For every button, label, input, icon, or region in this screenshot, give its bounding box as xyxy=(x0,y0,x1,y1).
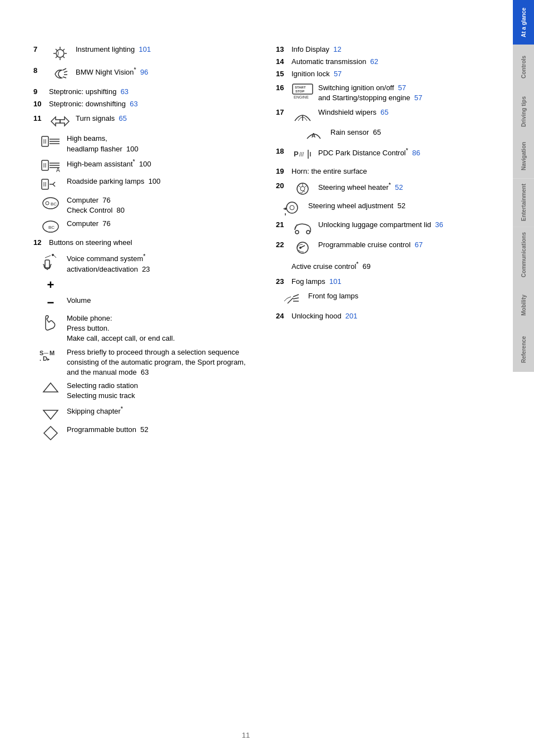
item-number-19: 19 xyxy=(276,166,291,176)
sub-item-sdm: S ─ M . D ▸ Press briefly to proceed thr… xyxy=(39,347,248,378)
item-11-page: 65 xyxy=(119,114,127,122)
computer1-page: 76 xyxy=(102,196,110,204)
item-12-text: Buttons on steering wheel xyxy=(49,238,248,248)
computer1-icon: BC xyxy=(39,195,62,211)
item-16-page2: 57 xyxy=(414,94,422,102)
svg-text:A: A xyxy=(56,167,60,173)
sidebar: At a glance Controls Driving tips Naviga… xyxy=(513,0,534,756)
item-11-text: Turn signals 65 xyxy=(76,114,248,124)
rain-sensor-text: Rain sensor 65 xyxy=(330,127,491,138)
svg-text:.: . xyxy=(39,355,41,362)
sub-item-rain: A Rain sensor 65 xyxy=(303,127,491,143)
item-number-16: 16 xyxy=(276,83,291,93)
sidebar-tab-communications[interactable]: Communications xyxy=(513,227,534,283)
item-24: 24 Unlocking hood 201 xyxy=(276,311,491,321)
item-14: 14 Automatic transmission 62 xyxy=(276,57,491,67)
svg-text:STOP: STOP xyxy=(295,90,304,93)
radio-down-icon xyxy=(39,405,62,421)
item-15: 15 Ignition lock 57 xyxy=(276,69,491,79)
svg-marker-52 xyxy=(43,383,58,392)
sub-item-computer1: BC Computer 76Check Control 80 xyxy=(39,195,248,215)
turn-signals-icon xyxy=(49,114,71,129)
star-20: * xyxy=(388,181,390,188)
sub-item-computer2: BC Computer 76 xyxy=(39,219,248,234)
diamond-page: 52 xyxy=(140,425,148,434)
sub-item-voice: Voice command system*activation/deactiva… xyxy=(39,252,248,274)
diamond-text: Programmable button 52 xyxy=(67,425,248,435)
windshield-wipers-icon xyxy=(291,107,314,123)
item-16: 16 START STOP ENGINE Switching ignition … xyxy=(276,83,491,103)
active-cruise-text: Active cruise control* 69 xyxy=(291,262,370,271)
item-22-page: 67 xyxy=(414,240,422,249)
sidebar-tab-reference[interactable]: Reference xyxy=(513,327,534,372)
radio-up-text: Selecting radio stationSelecting music t… xyxy=(67,381,248,401)
sub-item-volume-plus: + xyxy=(39,278,248,292)
svg-text:BC: BC xyxy=(51,202,57,207)
roadside-page: 100 xyxy=(149,177,161,185)
high-beams-page: 100 xyxy=(126,145,139,153)
rain-sensor-icon: A xyxy=(303,127,326,143)
star-ac: * xyxy=(356,261,358,267)
sub-item-steering-adj: Steering wheel adjustment 52 xyxy=(280,201,491,217)
item-number-11: 11 xyxy=(33,114,49,124)
svg-marker-54 xyxy=(44,426,57,440)
item-number-22: 22 xyxy=(276,240,291,250)
svg-text:///: /// xyxy=(299,151,304,158)
item-number-17: 17 xyxy=(276,107,291,117)
item-13: 13 Info Display 12 xyxy=(276,45,491,55)
sidebar-tab-mobility[interactable]: Mobility xyxy=(513,283,534,327)
svg-marker-53 xyxy=(43,410,58,419)
item-14-text: Automatic transmission 62 xyxy=(291,57,491,67)
item-22: 22 Programmable cruise control 67 xyxy=(276,240,491,256)
active-cruise-row: Active cruise control* 69 xyxy=(291,260,491,272)
item-12: 12 Buttons on steering wheel xyxy=(33,238,248,248)
item-14-page: 62 xyxy=(370,57,378,66)
item-24-page: 201 xyxy=(345,312,358,320)
item-number-23: 23 xyxy=(276,277,291,287)
svg-text:START: START xyxy=(295,86,306,89)
sidebar-tab-navigation[interactable]: Navigation xyxy=(513,134,534,178)
sidebar-tab-driving-tips[interactable]: Driving tips xyxy=(513,89,534,134)
svg-line-10 xyxy=(64,71,67,72)
item-number-12: 12 xyxy=(33,238,49,248)
plus-icon: + xyxy=(39,278,62,292)
volume-text: Volume xyxy=(67,296,248,306)
sub-item-high-beams: High beams,headlamp flasher 100 xyxy=(39,134,248,154)
steering-adj-page: 52 xyxy=(397,202,405,210)
item-number-20: 20 xyxy=(276,181,291,191)
item-23: 23 Fog lamps 101 xyxy=(276,277,491,287)
svg-text:ENGINE: ENGINE xyxy=(294,95,309,99)
item-21-text: Unlocking luggage compartment lid 36 xyxy=(318,220,491,230)
sidebar-tab-entertainment[interactable]: Entertainment xyxy=(513,178,534,227)
luggage-icon xyxy=(291,220,314,235)
item-number-9: 9 xyxy=(33,87,49,97)
svg-point-35 xyxy=(46,202,49,205)
cruise-icon xyxy=(291,240,314,256)
svg-point-70 xyxy=(286,202,298,213)
computer2-text: Computer 76 xyxy=(67,219,248,229)
item-number-21: 21 xyxy=(276,220,291,230)
voice-page: 23 xyxy=(142,265,150,273)
svg-rect-39 xyxy=(45,260,50,268)
item-10: 10 Steptronic: downshifting 63 xyxy=(33,99,248,109)
item-number-14: 14 xyxy=(276,57,291,67)
phone-icon xyxy=(39,313,62,331)
star-hba: * xyxy=(133,158,135,165)
svg-point-78 xyxy=(297,242,308,253)
radio-down-text: Skipping chapter* xyxy=(67,405,248,417)
item-number-10: 10 xyxy=(33,99,49,109)
roadside-parking-icon xyxy=(39,176,62,192)
svg-text:▸: ▸ xyxy=(47,357,50,362)
sidebar-tab-controls[interactable]: Controls xyxy=(513,45,534,89)
star-8: * xyxy=(134,66,136,73)
sidebar-tab-at-a-glance[interactable]: At a glance xyxy=(513,0,534,45)
item-8-page: 96 xyxy=(140,68,148,76)
item-17-text: Windshield wipers 65 xyxy=(318,107,491,117)
svg-point-66 xyxy=(300,186,305,191)
sub-item-diamond: Programmable button 52 xyxy=(39,425,248,441)
svg-line-33 xyxy=(53,184,55,186)
item-13-text: Info Display 12 xyxy=(291,45,491,55)
item-number-13: 13 xyxy=(276,45,291,55)
item-10-page: 63 xyxy=(130,100,137,108)
item-15-page: 57 xyxy=(334,70,342,78)
